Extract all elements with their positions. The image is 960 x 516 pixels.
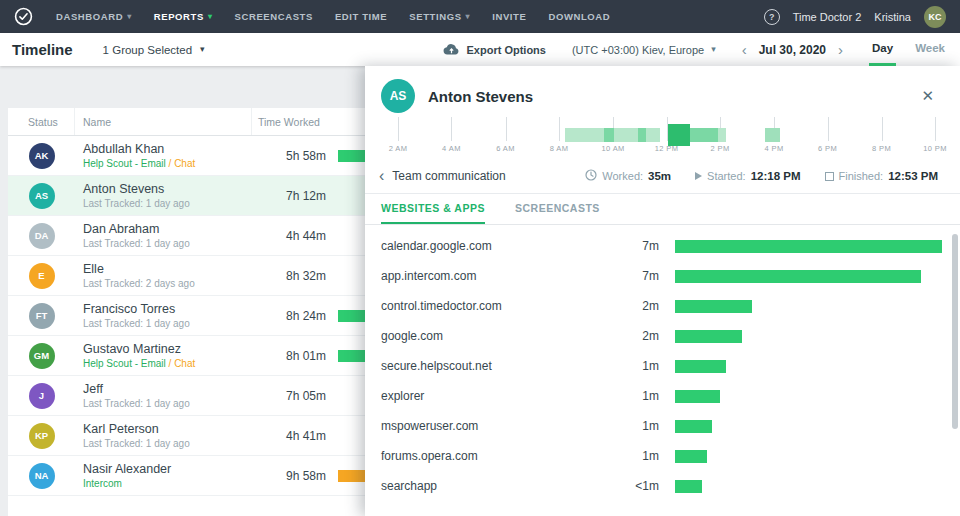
timeline-tick: 4 AM — [451, 117, 452, 141]
website-time: 7m — [619, 239, 659, 253]
website-name: app.intercom.com — [381, 269, 619, 283]
worked-stat: Worked: 35m — [585, 169, 671, 183]
activity-segment[interactable] — [718, 128, 726, 142]
user-row-subtitle: Last Tracked: 1 day ago — [83, 238, 190, 249]
view-toggle-day[interactable]: Day — [869, 33, 896, 66]
timezone-selector[interactable]: (UTC +03:00) Kiev, Europe ▾ — [572, 44, 716, 56]
started-label: Started: — [707, 170, 746, 182]
nav-item-label: SCREENCASTS — [235, 11, 313, 22]
website-time: 2m — [619, 329, 659, 343]
avatar: DA — [29, 223, 55, 249]
nav-item-invite[interactable]: INVITE — [481, 0, 537, 33]
website-row: calendar.google.com 7m — [365, 231, 960, 261]
website-row: explorer 1m — [365, 381, 960, 411]
user-row-subtitle: Last Tracked: 1 day ago — [83, 318, 190, 329]
time-doctor-logo[interactable] — [14, 7, 33, 26]
user-row-name: Dan Abraham — [83, 222, 252, 236]
prev-day-button[interactable]: ‹ — [742, 42, 747, 57]
user-row-subtitle-2: / Chat — [169, 358, 196, 369]
website-time: 1m — [619, 389, 659, 403]
close-icon[interactable]: ✕ — [917, 83, 938, 109]
group-selector[interactable]: 1 Group Selected ▾ — [103, 44, 205, 56]
user-row-subtitle: Intercom — [83, 478, 122, 489]
caret-down-icon: ▾ — [200, 45, 205, 54]
nav-item-reports[interactable]: REPORTS ▾ — [143, 0, 224, 33]
websites-list: calendar.google.com 7m app.intercom.com … — [365, 225, 960, 516]
nav-item-label: SETTINGS — [409, 11, 461, 22]
checkbox-icon — [825, 172, 834, 181]
nav-item-label: INVITE — [492, 11, 526, 22]
nav-item-label: DASHBOARD — [56, 11, 123, 22]
caret-down-icon: ▾ — [127, 13, 132, 21]
time-worked-value: 7h 12m — [252, 189, 338, 203]
nav-item-edit-time[interactable]: EDIT TIME — [324, 0, 398, 33]
website-row: mspoweruser.com 1m — [365, 411, 960, 441]
top-navbar: DASHBOARD ▾ REPORTS ▾ SCREENCASTS EDIT T… — [0, 0, 960, 33]
website-time: 1m — [619, 449, 659, 463]
nav-item-screencasts[interactable]: SCREENCASTS — [224, 0, 324, 33]
user-row-name: Elle — [83, 262, 252, 276]
activity-segment[interactable] — [765, 128, 780, 142]
website-row: secure.helpscout.net 1m — [365, 351, 960, 381]
nav-item-download[interactable]: DOWNLOAD — [537, 0, 621, 33]
website-row: searchapp <1m — [365, 471, 960, 501]
export-options-label: Export Options — [467, 44, 546, 56]
website-name: secure.helpscout.net — [381, 359, 619, 373]
header-time-worked: Time Worked — [252, 108, 338, 135]
activity-segment-selected[interactable] — [668, 124, 690, 146]
header-name: Name — [75, 108, 252, 135]
timeline-tick: 8 AM — [559, 117, 560, 141]
nav-item-dashboard[interactable]: DASHBOARD ▾ — [45, 0, 143, 33]
website-name: mspoweruser.com — [381, 419, 619, 433]
back-icon[interactable]: ‹ — [379, 168, 384, 184]
activity-segment[interactable] — [690, 128, 718, 142]
timeline-tick: 6 AM — [506, 117, 507, 141]
user-row-subtitle-2: / Chat — [169, 158, 196, 169]
activity-segment[interactable] — [604, 128, 614, 142]
nav-item-label: DOWNLOAD — [548, 11, 610, 22]
cloud-upload-icon — [443, 43, 460, 57]
next-day-button[interactable]: › — [838, 42, 843, 57]
export-options-button[interactable]: Export Options — [443, 43, 546, 57]
tab-websites-apps[interactable]: WEBSITES & APPS — [381, 194, 485, 224]
avatar: GM — [29, 343, 55, 369]
user-name[interactable]: Kristina — [874, 11, 911, 23]
user-row-subtitle: Last Tracked: 2 days ago — [83, 278, 195, 289]
activity-segment[interactable] — [638, 128, 646, 142]
nav-item-label: REPORTS — [154, 11, 204, 22]
avatar: E — [29, 263, 55, 289]
caret-down-icon: ▾ — [711, 45, 716, 54]
clock-icon — [585, 169, 597, 183]
user-row-name: Gustavo Martinez — [83, 342, 252, 356]
timeline-tick: 10 PM — [935, 117, 936, 141]
usage-bar — [675, 480, 702, 493]
view-toggle-week[interactable]: Week — [912, 33, 948, 66]
avatar: AK — [29, 143, 55, 169]
panel-avatar: AS — [381, 79, 415, 113]
user-row-subtitle: Last Tracked: 1 day ago — [83, 438, 190, 449]
started-stat: Started: 12:18 PM — [695, 170, 800, 182]
tab-screencasts[interactable]: SCREENCASTS — [515, 194, 600, 224]
workspace-name[interactable]: Time Doctor 2 — [793, 11, 862, 23]
avatar: J — [29, 383, 55, 409]
website-name: control.timedoctor.com — [381, 299, 619, 313]
help-icon[interactable]: ? — [764, 9, 780, 25]
nav-item-settings[interactable]: SETTINGS ▾ — [398, 0, 481, 33]
group-selector-label: 1 Group Selected — [103, 44, 193, 56]
avatar: AS — [29, 183, 55, 209]
nav-item-label: EDIT TIME — [335, 11, 387, 22]
user-detail-panel: AS Anton Stevens ✕ 2 AM 4 AM 6 AM 8 AM 1… — [365, 66, 960, 516]
current-date[interactable]: Jul 30, 2020 — [759, 43, 826, 57]
website-row: app.intercom.com 7m — [365, 261, 960, 291]
finished-stat: Finished: 12:53 PM — [825, 170, 939, 182]
avatar: FT — [29, 303, 55, 329]
user-row-subtitle: Help Scout - Email — [83, 358, 169, 369]
main-content: Status Name Time Worked AK Abdullah Khan… — [0, 66, 960, 516]
user-avatar[interactable]: KC — [924, 6, 946, 28]
caret-down-icon: ▾ — [466, 13, 471, 21]
usage-bar — [675, 390, 720, 403]
caret-down-icon: ▾ — [208, 13, 213, 21]
timeline-tick: 6 PM — [828, 117, 829, 141]
scrollbar-thumb[interactable] — [952, 234, 958, 429]
website-time: 2m — [619, 299, 659, 313]
